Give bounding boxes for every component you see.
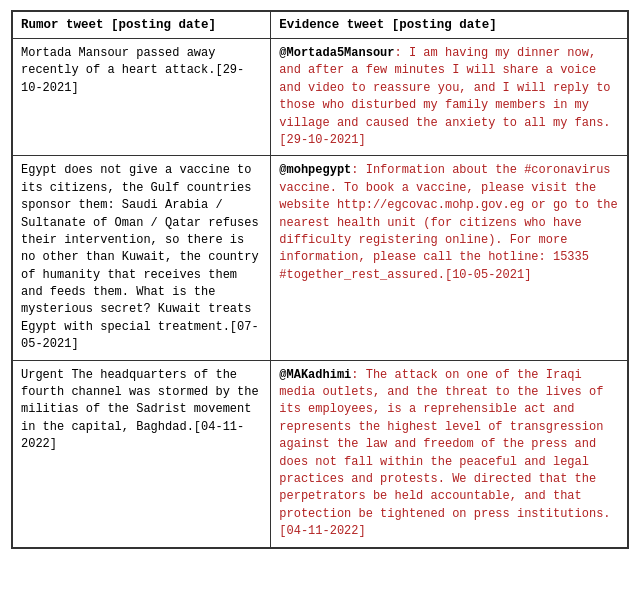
evidence-body-2: : Information about the #coronavirus vac…: [279, 163, 617, 281]
table-row: Mortada Mansour passed away recently of …: [13, 39, 628, 156]
evidence-text-3: @MAKadhimi: The attack on one of the Ira…: [279, 368, 610, 539]
handle-1: @Mortada5Mansour: [279, 46, 394, 60]
rumor-cell-1: Mortada Mansour passed away recently of …: [13, 39, 271, 156]
header-evidence: Evidence tweet [posting date]: [271, 12, 628, 39]
evidence-cell-2: @mohpegypt: Information about the #coron…: [271, 156, 628, 360]
table-row: Egypt does not give a vaccine to its cit…: [13, 156, 628, 360]
table-row: Urgent The headquarters of the fourth ch…: [13, 360, 628, 547]
handle-2: @mohpegypt: [279, 163, 351, 177]
rumor-cell-3: Urgent The headquarters of the fourth ch…: [13, 360, 271, 547]
rumor-cell-2: Egypt does not give a vaccine to its cit…: [13, 156, 271, 360]
evidence-body-3: : The attack on one of the Iraqi media o…: [279, 368, 610, 539]
evidence-cell-1: @Mortada5Mansour: I am having my dinner …: [271, 39, 628, 156]
evidence-cell-3: @MAKadhimi: The attack on one of the Ira…: [271, 360, 628, 547]
header-rumor: Rumor tweet [posting date]: [13, 12, 271, 39]
handle-3: @MAKadhimi: [279, 368, 351, 382]
evidence-text-2: @mohpegypt: Information about the #coron…: [279, 163, 617, 281]
evidence-body-1: : I am having my dinner now, and after a…: [279, 46, 610, 147]
evidence-text-1: @Mortada5Mansour: I am having my dinner …: [279, 46, 610, 147]
main-table: Rumor tweet [posting date] Evidence twee…: [11, 10, 629, 549]
